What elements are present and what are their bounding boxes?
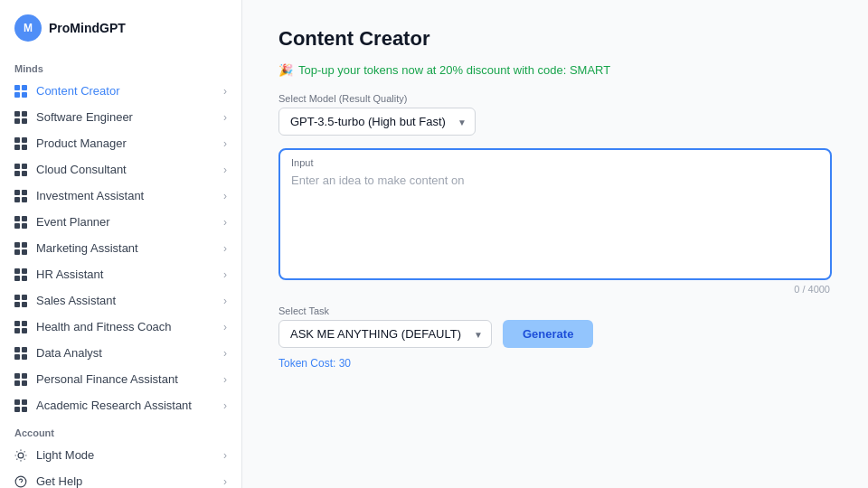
chevron-right-icon: › [223,216,227,229]
sidebar-item-data-analyst[interactable]: Data Analyst › [0,340,241,366]
sidebar-item-label: Software Engineer [36,110,133,124]
chevron-right-icon: › [223,449,227,462]
chevron-right-icon: › [223,242,227,255]
svg-line-3 [16,451,17,452]
svg-point-0 [18,453,24,458]
task-select[interactable]: ASK ME ANYTHING (DEFAULT) Blog Post Soci… [278,320,492,348]
sidebar-item-investment-assistant[interactable]: Investment Assistant › [0,183,241,209]
chevron-right-icon: › [223,295,227,307]
sidebar-item-label: Health and Fitness Coach [36,320,172,333]
sun-icon [14,449,27,462]
minds-section-title: Minds [0,54,241,78]
sidebar-item-label: Light Mode [36,448,94,462]
chevron-right-icon: › [223,373,227,386]
page-title: Content Creator [278,27,832,51]
grid-icon [14,268,27,281]
sidebar-item-label: HR Assistant [36,267,103,281]
task-label: Select Task [278,305,492,316]
token-cost: Token Cost: 30 [278,357,832,370]
chevron-right-icon: › [223,347,227,360]
grid-icon [14,242,27,255]
grid-icon [14,399,27,412]
sidebar-item-personal-finance-assistant[interactable]: Personal Finance Assistant › [0,366,241,392]
chevron-right-icon: › [223,321,227,333]
grid-icon [14,373,27,386]
sidebar-item-software-engineer[interactable]: Software Engineer › [0,104,241,130]
generate-button[interactable]: Generate [503,320,593,348]
sidebar-item-hr-assistant[interactable]: HR Assistant › [0,261,241,287]
task-select-wrapper: ASK ME ANYTHING (DEFAULT) Blog Post Soci… [278,320,492,348]
sidebar-item-light-mode[interactable]: Light Mode › [0,442,241,468]
promo-emoji: 🎉 [278,63,293,77]
logo-text: ProMindGPT [49,21,126,35]
grid-icon [14,295,27,307]
model-field-group: Select Model (Result Quality) GPT-3.5-tu… [278,93,832,136]
model-select-wrapper: GPT-3.5-turbo (High but Fast) GPT-4 (Hig… [278,108,476,136]
grid-icon [14,347,27,360]
promo-text: Top-up your tokens now at 20% discount w… [298,63,610,77]
chevron-right-icon: › [223,399,227,412]
sidebar-item-event-planner[interactable]: Event Planner › [0,209,241,235]
help-circle-icon [14,475,27,488]
sidebar-item-product-manager[interactable]: Product Manager › [0,130,241,156]
sidebar: M ProMindGPT Minds Content Creator › Sof… [0,0,242,488]
sidebar-item-label: Product Manager [36,136,127,150]
main-content: Content Creator 🎉 Top-up your tokens now… [242,0,868,488]
logo-icon: M [14,14,42,42]
sidebar-item-sales-assistant[interactable]: Sales Assistant › [0,287,241,314]
sidebar-item-content-creator[interactable]: Content Creator › [0,78,241,104]
chevron-right-icon: › [223,111,227,124]
grid-icon [14,321,27,333]
sidebar-item-label: Marketing Assistant [36,241,138,255]
grid-icon [14,111,27,124]
grid-icon [14,85,27,98]
chevron-right-icon: › [223,137,227,150]
svg-line-8 [24,451,25,452]
chevron-right-icon: › [223,85,227,98]
promo-banner: 🎉 Top-up your tokens now at 20% discount… [278,63,832,77]
sidebar-item-get-help[interactable]: Get Help › [0,468,241,488]
task-generate-row: Select Task ASK ME ANYTHING (DEFAULT) Bl… [278,305,832,348]
input-textarea[interactable] [280,168,830,275]
grid-icon [14,164,27,176]
chevron-right-icon: › [223,475,227,488]
sidebar-item-label: Data Analyst [36,346,102,360]
sidebar-item-label: Content Creator [36,84,120,98]
sidebar-item-label: Cloud Consultant [36,163,127,176]
svg-line-7 [16,458,17,459]
chevron-right-icon: › [223,268,227,281]
svg-line-4 [24,458,25,459]
sidebar-item-label: Sales Assistant [36,294,116,307]
grid-icon [14,190,27,202]
chevron-right-icon: › [223,190,227,202]
input-label: Input [280,150,830,168]
sidebar-item-cloud-consultant[interactable]: Cloud Consultant › [0,156,241,183]
chevron-right-icon: › [223,164,227,176]
sidebar-item-label: Event Planner [36,215,110,229]
sidebar-item-label: Academic Research Assistant [36,399,192,412]
grid-icon [14,216,27,229]
sidebar-item-marketing-assistant[interactable]: Marketing Assistant › [0,235,241,261]
model-select[interactable]: GPT-3.5-turbo (High but Fast) GPT-4 (Hig… [278,108,476,136]
grid-icon [14,137,27,150]
sidebar-item-label: Investment Assistant [36,189,144,202]
model-label: Select Model (Result Quality) [278,93,832,104]
task-field-group: Select Task ASK ME ANYTHING (DEFAULT) Bl… [278,305,492,348]
sidebar-item-academic-research-assistant[interactable]: Academic Research Assistant › [0,392,241,418]
logo-area: M ProMindGPT [0,0,241,54]
sidebar-item-label: Get Help [36,474,82,488]
input-container: Input [278,148,832,280]
sidebar-item-label: Personal Finance Assistant [36,372,178,386]
account-section-title: Account [0,418,241,442]
char-count: 0 / 4000 [278,284,832,295]
sidebar-item-health-fitness-coach[interactable]: Health and Fitness Coach › [0,314,241,340]
